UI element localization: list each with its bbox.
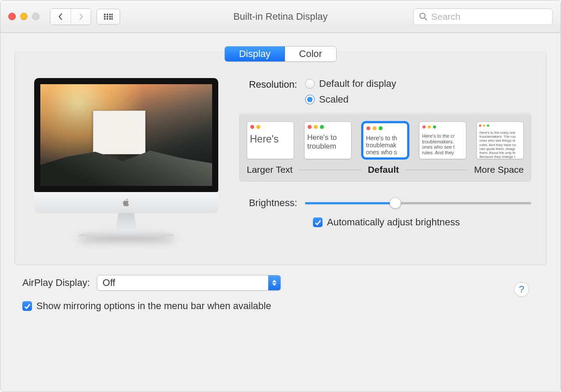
select-arrows-icon <box>268 275 280 290</box>
settings-column: Resolution: Default for display Scaled <box>239 78 531 237</box>
footer: AirPlay Display: Off Show mirroring opti… <box>14 265 547 312</box>
auto-brightness-checkbox[interactable] <box>313 217 323 227</box>
window-controls <box>8 13 39 20</box>
display-panel: Resolution: Default for display Scaled <box>14 52 547 265</box>
svg-line-13 <box>425 18 427 20</box>
monitor-preview <box>30 78 223 237</box>
zoom-button <box>32 13 39 20</box>
svg-point-10 <box>109 18 111 20</box>
scale-option-5[interactable]: Here's to the crazy one troublemakers. T… <box>476 121 524 159</box>
mirroring-label: Show mirroring options in the menu bar w… <box>36 300 271 312</box>
svg-point-9 <box>107 18 108 20</box>
brightness-label: Brightness: <box>239 197 305 209</box>
content: Display Color <box>0 33 561 392</box>
help-button[interactable]: ? <box>514 282 529 297</box>
nav-buttons <box>50 8 91 25</box>
svg-point-5 <box>107 16 108 18</box>
auto-brightness-label: Automatically adjust brightness <box>327 217 460 228</box>
brightness-row: Brightness: <box>239 197 531 209</box>
airplay-row: AirPlay Display: Off <box>22 275 539 291</box>
show-all-button[interactable] <box>96 9 120 25</box>
preferences-window: Built-in Retina Display Search Display C… <box>0 0 561 392</box>
search-field[interactable]: Search <box>413 8 553 25</box>
tab-display[interactable]: Display <box>225 46 285 61</box>
airplay-value: Off <box>97 277 268 289</box>
svg-point-12 <box>420 13 425 18</box>
brightness-slider[interactable] <box>305 198 531 208</box>
airplay-label: AirPlay Display: <box>22 277 90 289</box>
search-icon <box>419 12 428 21</box>
svg-point-1 <box>107 14 108 15</box>
check-icon <box>315 219 321 226</box>
resolution-row: Resolution: Default for display Scaled <box>239 78 531 105</box>
search-placeholder: Search <box>431 11 461 22</box>
resolution-label: Resolution: <box>239 78 305 90</box>
radio-scaled[interactable]: Scaled <box>305 94 396 105</box>
apple-logo-icon <box>121 198 131 207</box>
larger-text-label: Larger Text <box>247 164 293 175</box>
scale-option-3[interactable]: Here's to th troublemak ones who s <box>362 121 409 159</box>
svg-point-4 <box>104 16 106 18</box>
svg-point-3 <box>111 14 113 15</box>
svg-point-8 <box>104 18 106 20</box>
more-space-label: More Space <box>474 164 524 175</box>
auto-brightness-row[interactable]: Automatically adjust brightness <box>313 217 531 228</box>
scale-option-2[interactable]: Here's to troublem <box>304 121 352 159</box>
back-button[interactable] <box>50 9 71 25</box>
svg-point-7 <box>111 16 113 18</box>
tab-color[interactable]: Color <box>285 46 336 61</box>
scale-option-4[interactable]: Here's to the cr troublemakers. ones who… <box>419 121 466 159</box>
default-label: Default <box>368 164 399 175</box>
radio-default-for-display[interactable]: Default for display <box>305 78 396 89</box>
svg-point-11 <box>111 18 113 20</box>
scaling-panel: Here's Here's to troublem Here's to th t… <box>239 113 531 182</box>
scale-option-1[interactable]: Here's <box>247 121 294 159</box>
svg-point-6 <box>109 16 111 18</box>
airplay-select[interactable]: Off <box>97 275 281 291</box>
close-button[interactable] <box>8 13 16 20</box>
tabs: Display Color <box>14 46 547 62</box>
toolbar: Built-in Retina Display Search <box>0 0 561 33</box>
svg-point-2 <box>109 14 111 15</box>
mirroring-row[interactable]: Show mirroring options in the menu bar w… <box>22 300 539 312</box>
desktop-preview <box>40 84 212 186</box>
check-icon <box>24 303 31 310</box>
minimize-button[interactable] <box>20 13 28 20</box>
svg-point-0 <box>104 14 106 15</box>
forward-button <box>71 9 91 25</box>
mirroring-checkbox[interactable] <box>22 301 32 311</box>
